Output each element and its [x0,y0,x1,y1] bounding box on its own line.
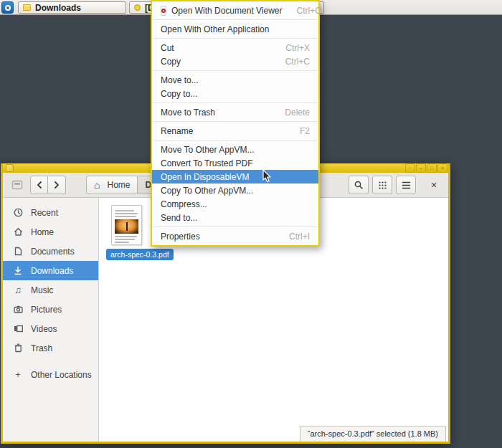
sidebar-item-downloads[interactable]: Downloads [3,261,98,280]
menu-item-label: Cut [161,43,271,53]
taskbar-button-downloads[interactable]: Downloads [18,1,126,14]
home-icon [12,227,24,237]
menu-item-convert-to-trusted-pdf[interactable]: Convert To Trusted PDF [152,156,318,170]
sidebar-item-trash[interactable]: Trash [3,338,98,358]
close-icon: × [431,179,437,191]
back-button[interactable] [30,176,48,194]
sidebar-item-home[interactable]: Home [3,222,98,242]
sidebar-item-label: Trash [31,343,52,353]
sidebar-item-label: Pictures [31,305,62,315]
sidebar-item-label: Home [31,227,54,237]
sidebar-item-music[interactable]: ♫ Music [3,280,98,300]
sidebar-item-label: Videos [31,324,57,334]
sidebar-item-label: Downloads [31,266,73,276]
menu-separator [153,227,318,227]
menu-button[interactable] [396,176,416,194]
menu-item-properties[interactable]: Properties Ctrl+I [152,229,318,243]
menu-item-move-to-other-appvm[interactable]: Move To Other AppVM... [152,143,318,156]
toolbar-close-button[interactable]: × [425,176,442,194]
search-button[interactable] [349,176,369,194]
sidebar-item-documents[interactable]: Documents [3,242,98,261]
menu-item-move-to[interactable]: Move to... [152,73,318,87]
pdf-thumbnail[interactable] [111,205,142,245]
grid-view-button[interactable] [372,176,392,194]
file-name-label[interactable]: arch-spec-0.3.pdf [106,249,174,260]
menu-item-label: Copy [161,57,271,67]
menu-item-label: Move to Trash [161,108,270,118]
mouse-cursor-icon [262,169,273,184]
menu-item-accel: Ctrl+X [285,43,310,53]
menu-item-copy[interactable]: Copy Ctrl+C [152,54,318,68]
document-icon [12,247,24,256]
menu-item-accel: Delete [285,108,310,118]
menu-item-open-in-disposablevm[interactable]: Open In DisposableVM [152,170,318,184]
menu-separator [153,103,318,103]
chevron-right-icon [53,181,60,189]
forward-button[interactable] [48,176,66,194]
menu-item-accel: Ctrl+C [285,57,310,67]
menu-item-send-to[interactable]: Send to... [152,211,318,224]
hamburger-icon [402,181,411,189]
window-icon [6,164,14,172]
menu-item-rename[interactable]: Rename F2 [152,124,318,138]
sidebar-item-label: Recent [31,208,58,218]
menu-item-label: Open With Document Viewer [171,6,283,16]
menu-item-label: Move to... [161,75,310,85]
sidebar-item-pictures[interactable]: Pictures [3,300,98,319]
taskbar-button-label: Downloads [35,3,81,13]
qubes-logo-icon [5,5,11,11]
menu-item-accel: Ctrl+O [297,6,322,16]
sidebar-item-label: Music [31,285,53,295]
grid-view-icon [378,181,387,190]
menu-item-label: Rename [161,126,285,136]
menu-item-compress[interactable]: Compress... [152,197,318,211]
window-shade-button[interactable]: · [405,163,415,173]
menu-item-label: Open In DisposableVM [161,172,310,182]
menu-item-label: Move To Other AppVM... [161,145,310,155]
search-icon [354,180,364,190]
menu-item-label: Copy To Other AppVM... [161,186,310,196]
menu-item-label: Copy to... [161,89,310,99]
menu-item-cut[interactable]: Cut Ctrl+X [152,41,318,54]
menu-item-open-with-other-application[interactable]: Open With Other Application [152,22,318,36]
download-icon [12,266,24,275]
window-maximize-button[interactable]: □ [427,163,437,173]
menu-item-accel: Ctrl+I [289,232,310,242]
trash-icon [12,343,24,353]
sidebar-item-other-locations[interactable]: + Other Locations [3,365,98,384]
sidebar-item-label: Documents [31,247,75,257]
menu-item-label: Compress... [161,199,310,209]
menu-separator [153,19,318,20]
menu-item-copy-to-other-appvm[interactable]: Copy To Other AppVM... [152,184,318,197]
status-bar: “arch-spec-0.3.pdf” selected (1.8 MB) [300,426,446,442]
breadcrumb-home[interactable]: ⌂ Home [86,176,138,194]
home-icon: ⌂ [94,180,100,190]
music-icon: ♫ [12,285,24,295]
document-viewer-icon [161,6,166,16]
menu-item-move-to-trash[interactable]: Move to Trash Delete [152,105,318,119]
menu-item-open-with-document-viewer[interactable]: Open With Document Viewer Ctrl+O [152,4,318,17]
menu-separator [153,38,318,39]
breadcrumb-home-label: Home [107,180,130,190]
menu-item-label: Convert To Trusted PDF [161,158,310,168]
sidebar: Recent Home Documents Downloads [3,198,99,442]
folder-icon [23,4,31,11]
menu-item-label: Send to... [161,213,310,223]
plus-icon: + [12,370,24,379]
context-menu: Open With Document Viewer Ctrl+O Open Wi… [151,0,320,247]
sidebar-item-label: Other Locations [31,370,92,380]
sidebar-item-videos[interactable]: Videos [3,319,98,338]
chevron-left-icon [36,181,43,189]
window-close-button[interactable]: × [437,163,447,173]
sidebar-item-recent[interactable]: Recent [3,203,98,222]
camera-icon [12,305,24,313]
window-minimize-button[interactable]: – [416,163,426,173]
menu-separator [153,140,318,140]
recent-icon [12,208,24,217]
menu-item-copy-to[interactable]: Copy to... [152,87,318,100]
menu-separator [153,121,318,122]
menu-item-accel: F2 [300,126,310,136]
menu-item-label: Properties [161,232,275,242]
qubes-menu-button[interactable] [1,1,14,14]
device-icon [11,179,23,191]
